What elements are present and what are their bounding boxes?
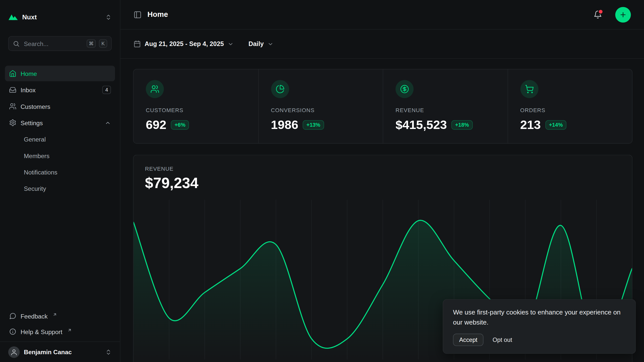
stat-label: CUSTOMERS [146, 107, 246, 113]
notification-dot [598, 9, 603, 14]
feedback-label: Feedback [21, 312, 48, 320]
sidebar-item-security[interactable]: Security [5, 180, 115, 196]
person-icon [10, 348, 18, 355]
revenue-card-label: REVENUE [145, 166, 621, 172]
panel-left-icon[interactable] [134, 11, 142, 19]
chevrons-up-down-icon [105, 349, 112, 355]
feedback-link[interactable]: Feedback [5, 309, 115, 324]
sidebar-child-label: Security [24, 185, 46, 192]
stat-card-customers: CUSTOMERS 692 +6% [134, 69, 258, 143]
sidebar-item-general[interactable]: General [5, 131, 115, 147]
stat-value: 692 [146, 118, 167, 132]
external-link-icon [67, 328, 72, 332]
plus-icon [619, 11, 627, 18]
sidebar-item-members[interactable]: Members [5, 148, 115, 163]
notifications-button[interactable] [591, 8, 605, 21]
cookie-accept-button[interactable]: Accept [453, 334, 484, 346]
add-button[interactable] [615, 7, 631, 22]
avatar [8, 346, 20, 358]
nuxt-logo-icon [8, 14, 18, 21]
cookie-banner: We use first-party cookies to enhance yo… [443, 299, 636, 354]
sidebar-nav: Home Inbox 4 Customers Settings General … [5, 66, 115, 196]
sidebar-item-customers[interactable]: Customers [5, 99, 115, 114]
stat-value: 213 [520, 118, 541, 132]
date-range-label: Aug 21, 2025 - Sep 4, 2025 [145, 40, 224, 48]
workspace-name: Nuxt [22, 14, 101, 21]
stats-row: CUSTOMERS 692 +6% CONVERSIONS 1986 +13% [133, 69, 632, 144]
user-menu[interactable]: Benjamin Canac [0, 341, 120, 362]
chevrons-up-down-icon [105, 14, 112, 21]
sidebar-child-label: Notifications [24, 168, 57, 175]
granularity-select[interactable]: Daily [249, 40, 274, 48]
info-icon [9, 328, 16, 335]
users-icon [9, 103, 16, 110]
revenue-card-value: $79,234 [145, 174, 621, 192]
chat-icon [9, 312, 16, 320]
chevron-down-icon [227, 41, 233, 47]
home-icon [9, 70, 16, 77]
stat-value: $415,523 [395, 118, 447, 132]
cart-icon [520, 80, 538, 98]
gear-icon [9, 119, 16, 126]
stat-card-conversions: CONVERSIONS 1986 +13% [258, 69, 383, 143]
kbd-k: K [99, 39, 107, 48]
cookie-message: We use first-party cookies to enhance yo… [453, 308, 626, 328]
sidebar-child-label: Members [24, 152, 50, 159]
external-link-icon [53, 312, 57, 317]
sidebar-item-label: Settings [21, 119, 101, 126]
users-icon [146, 80, 164, 98]
inbox-icon [9, 86, 16, 94]
sidebar-item-label: Inbox [21, 86, 98, 94]
stat-card-revenue: REVENUE $415,523 +18% [383, 69, 508, 143]
help-support-link[interactable]: Help & Support [5, 324, 115, 339]
header: Home [120, 0, 644, 30]
user-name: Benjamin Canac [24, 348, 101, 355]
workspace-selector[interactable]: Nuxt [8, 10, 112, 25]
stat-delta-badge: +13% [303, 120, 324, 130]
sidebar-item-inbox[interactable]: Inbox 4 [5, 82, 115, 98]
sidebar-item-label: Customers [21, 103, 111, 110]
dollar-circle-icon [395, 80, 414, 98]
sidebar-item-home[interactable]: Home [5, 66, 115, 81]
stat-label: REVENUE [395, 107, 495, 113]
app-window: Nuxt ⌘ K Home Inbox 4 Customers [0, 0, 644, 362]
stat-label: CONVERSIONS [271, 107, 371, 113]
sidebar-item-notifications[interactable]: Notifications [5, 164, 115, 180]
pie-chart-icon [271, 80, 289, 98]
main-area: Home Aug 21, 2025 - Sep 4, 2025 Daily [120, 0, 644, 362]
inbox-count-badge: 4 [102, 86, 111, 94]
help-support-label: Help & Support [21, 328, 62, 335]
stat-value: 1986 [271, 118, 298, 132]
granularity-label: Daily [249, 40, 264, 48]
page-title: Home [147, 10, 585, 19]
sidebar-item-label: Home [21, 70, 111, 77]
sidebar-child-label: General [24, 136, 46, 143]
search-input[interactable] [23, 40, 83, 48]
sidebar: Nuxt ⌘ K Home Inbox 4 Customers [0, 0, 120, 362]
stat-delta-badge: +6% [171, 120, 189, 130]
filters-toolbar: Aug 21, 2025 - Sep 4, 2025 Daily [120, 30, 644, 59]
sidebar-footer: Feedback Help & Support [5, 309, 115, 339]
chevron-down-icon [267, 41, 273, 47]
search-box[interactable]: ⌘ K [8, 36, 112, 51]
content: CUSTOMERS 692 +6% CONVERSIONS 1986 +13% [120, 59, 644, 362]
sidebar-spacer [0, 196, 120, 308]
screen: Nuxt ⌘ K Home Inbox 4 Customers [0, 0, 644, 362]
search-icon [13, 40, 20, 47]
stat-delta-badge: +18% [452, 120, 473, 130]
cookie-opt-out-button[interactable]: Opt out [489, 334, 515, 346]
calendar-icon [134, 40, 141, 48]
stat-card-orders: ORDERS 213 +14% [507, 69, 632, 143]
stat-delta-badge: +14% [545, 120, 566, 130]
kbd-cmd: ⌘ [87, 39, 96, 48]
chevron-up-icon [105, 120, 111, 126]
date-range-picker[interactable]: Aug 21, 2025 - Sep 4, 2025 [134, 40, 234, 48]
stat-label: ORDERS [520, 107, 620, 113]
sidebar-item-settings[interactable]: Settings [5, 115, 115, 130]
